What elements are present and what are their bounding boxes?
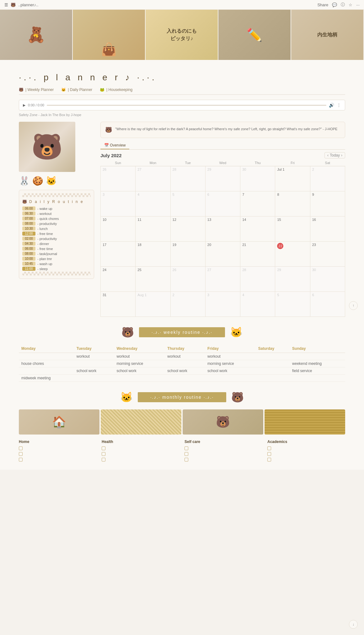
- calendar-day-cell[interactable]: 21: [240, 242, 275, 267]
- calendar-day-cell[interactable]: 25: [136, 267, 170, 292]
- task-label: - plan tmr: [37, 257, 52, 261]
- more-audio-icon[interactable]: ⋮: [337, 103, 341, 108]
- task-label: - free time: [37, 232, 53, 236]
- chat-icon[interactable]: 💬: [332, 3, 337, 7]
- task-label: - wash up: [37, 262, 52, 266]
- calendar-week-row: 31Aug 123456: [101, 292, 345, 317]
- more-icon[interactable]: ···: [356, 3, 360, 7]
- calendar-day-cell[interactable]: 4: [136, 191, 170, 216]
- checker-top: [22, 193, 91, 197]
- time-badge: 02:00: [22, 237, 35, 241]
- calendar-day-cell[interactable]: 5: [275, 292, 310, 317]
- calendar-day-header: Thu: [240, 160, 275, 166]
- calendar-week-row: 10111213141516: [101, 216, 345, 242]
- calendar-day-cell[interactable]: 8: [275, 191, 310, 216]
- calendar-day-cell[interactable]: 17: [101, 242, 136, 267]
- share-label[interactable]: Share: [317, 3, 328, 7]
- calendar-day-cell[interactable]: 29: [205, 166, 240, 191]
- calendar-week-row: 2627282930Jul 12: [101, 166, 345, 191]
- frog-tab-icon: 🐸: [100, 88, 104, 92]
- checkbox[interactable]: [267, 446, 271, 450]
- scroll-bottom-button[interactable]: ↓: [349, 620, 358, 629]
- calendar-day-cell[interactable]: 28: [240, 267, 275, 292]
- calendar-day-cell[interactable]: 27: [136, 166, 170, 191]
- calendar-day-cell[interactable]: 26: [101, 166, 136, 191]
- calendar-day-cell[interactable]: 18: [136, 242, 170, 267]
- calendar-day-cell[interactable]: 29: [275, 267, 310, 292]
- category-column: Academics: [267, 440, 345, 463]
- play-button[interactable]: ▶: [23, 103, 25, 107]
- calendar-day-cell[interactable]: 2: [170, 292, 205, 317]
- checkbox[interactable]: [267, 458, 271, 462]
- checkbox[interactable]: [102, 452, 105, 456]
- calendar-month: July 2022: [100, 153, 122, 158]
- calendar-day-cell[interactable]: 23: [310, 242, 345, 267]
- today-button[interactable]: ‹ Today ›: [324, 152, 345, 158]
- hamburger-icon[interactable]: ☰: [4, 3, 8, 7]
- calendar-day-cell[interactable]: 15: [275, 216, 310, 242]
- calendar-day-cell[interactable]: 11: [136, 216, 170, 242]
- scroll-top-button[interactable]: ↑: [349, 301, 358, 310]
- calendar-day-cell[interactable]: 2: [310, 166, 345, 191]
- calendar-day-cell[interactable]: 24: [101, 267, 136, 292]
- calendar-day-cell[interactable]: 6: [205, 191, 240, 216]
- routine-item: 06:00- free time: [22, 247, 91, 251]
- table-row: school workschool workschool workschool …: [19, 367, 345, 375]
- checkbox[interactable]: [185, 458, 188, 462]
- routine-item: 12:00- free time: [22, 232, 91, 236]
- bear-right-emoji: 🐱: [230, 326, 243, 338]
- right-column: 🐻 "Where is the ray of light for relief …: [100, 122, 345, 317]
- weekly-cell: [165, 360, 205, 367]
- calendar-day-cell[interactable]: 28: [170, 166, 205, 191]
- checkbox[interactable]: [185, 452, 188, 456]
- calendar-day-cell[interactable]: 7: [240, 191, 275, 216]
- calendar-day-cell[interactable]: 3: [205, 292, 240, 317]
- checkbox[interactable]: [185, 446, 188, 450]
- overview-tab[interactable]: 📅 Overview: [100, 142, 129, 149]
- star-icon[interactable]: ☆: [349, 3, 352, 7]
- tab-daily-planner[interactable]: 🐱 | Daily Planner: [61, 88, 92, 92]
- calendar-day-cell[interactable]: 13: [205, 216, 240, 242]
- checkbox[interactable]: [19, 458, 23, 462]
- weekly-cell: [19, 367, 74, 375]
- calendar-day-cell[interactable]: 31: [101, 292, 136, 317]
- checkbox[interactable]: [19, 452, 23, 456]
- category-title: Academics: [267, 440, 345, 444]
- task-label: - quick chores: [37, 217, 59, 221]
- calendar-day-cell[interactable]: 6: [310, 292, 345, 317]
- calendar-day-cell[interactable]: 22: [275, 242, 310, 267]
- checkbox[interactable]: [102, 458, 105, 462]
- calendar-day-cell[interactable]: 27: [205, 267, 240, 292]
- checkbox[interactable]: [19, 446, 23, 450]
- calendar-day-cell[interactable]: 10: [101, 216, 136, 242]
- calendar-day-cell[interactable]: 12: [170, 216, 205, 242]
- calendar-day-cell[interactable]: 5: [170, 191, 205, 216]
- category-column: Health: [102, 440, 179, 463]
- routine-item: 04:30- dinner: [22, 242, 91, 246]
- calendar-day-cell[interactable]: 3: [101, 191, 136, 216]
- tab-weekly-planner[interactable]: 🐻 | Weekly Planner: [19, 88, 54, 92]
- planner-title: ·.·. p l a n n e r ♪ ·.·.: [19, 72, 345, 83]
- calendar-day-cell[interactable]: 9: [310, 191, 345, 216]
- info-icon[interactable]: ⓘ: [341, 2, 345, 8]
- progress-bar[interactable]: [47, 105, 326, 106]
- calendar-day-cell[interactable]: 16: [310, 216, 345, 242]
- calendar-day-cell[interactable]: 19: [170, 242, 205, 267]
- calendar-day-cell[interactable]: 14: [240, 216, 275, 242]
- calendar-day-cell[interactable]: 30: [240, 166, 275, 191]
- calendar-day-cell[interactable]: 4: [240, 292, 275, 317]
- routine-item: 08:00- productivity: [22, 221, 91, 226]
- app-title: ..planner♪..: [18, 3, 38, 7]
- checkbox[interactable]: [102, 446, 105, 450]
- tab-housekeeping[interactable]: 🐸 | Housekeeping: [100, 88, 132, 92]
- calendar-day-cell[interactable]: Jul 1: [275, 166, 310, 191]
- calendar-day-cell[interactable]: 30: [310, 267, 345, 292]
- volume-icon[interactable]: 🔊: [329, 103, 334, 108]
- monthly-img-academics: [265, 409, 345, 435]
- weekly-cell: [256, 367, 290, 375]
- calendar-day-cell[interactable]: 20: [205, 242, 240, 267]
- weekly-cell: school work: [165, 367, 205, 375]
- calendar-day-cell[interactable]: Aug 1: [136, 292, 170, 317]
- calendar-day-cell[interactable]: 26: [170, 267, 205, 292]
- checkbox[interactable]: [267, 452, 271, 456]
